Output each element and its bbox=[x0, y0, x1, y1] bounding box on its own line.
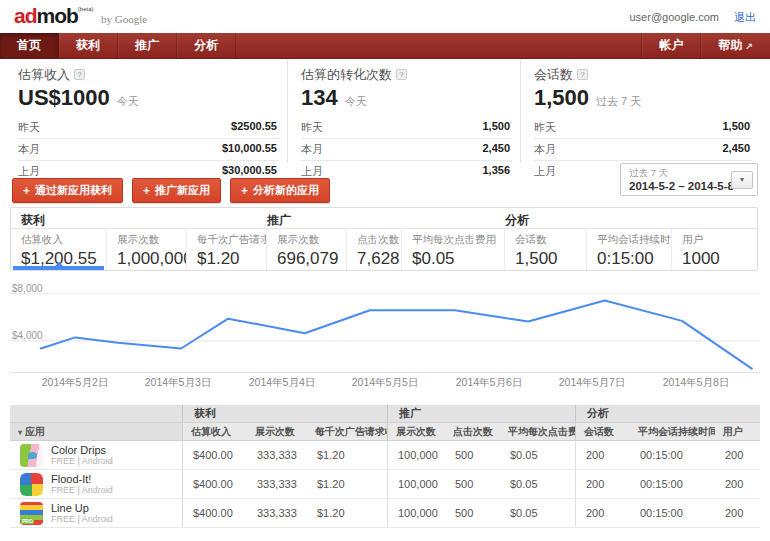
app-name: Flood-It! bbox=[51, 473, 113, 485]
tab-home[interactable]: 首页 bbox=[0, 33, 59, 58]
metric-promo-impressions[interactable]: 展示次数696,079 bbox=[266, 229, 346, 270]
help-icon[interactable]: ? bbox=[577, 69, 588, 80]
nav-account[interactable]: 帐户 bbox=[641, 33, 700, 58]
app-icon-line-up: PRO bbox=[20, 502, 43, 525]
column-header[interactable]: 每千次广告请求收入 bbox=[307, 423, 387, 440]
logo-by-google: by Google bbox=[101, 13, 147, 25]
x-axis-tick: 2014年5月3日 bbox=[123, 376, 233, 390]
cell: $0.05 bbox=[500, 441, 575, 469]
column-header[interactable]: 展示次数 bbox=[247, 423, 307, 440]
group-header-spacer bbox=[10, 405, 182, 422]
external-link-icon: ↗ bbox=[745, 41, 753, 51]
column-header[interactable]: 会话数 bbox=[575, 423, 630, 440]
cell: 200 bbox=[575, 499, 630, 527]
panel-period: 过去 7 天 bbox=[596, 95, 641, 107]
table-row-line-up[interactable]: PRO Line UpFREE | Android $400.00 333,33… bbox=[10, 499, 760, 528]
panel-period: 今天 bbox=[117, 95, 139, 107]
x-axis-line bbox=[10, 372, 760, 373]
cell: 00:15:00 bbox=[630, 470, 715, 498]
table-group-header-row: 获利 推广 分析 bbox=[10, 405, 760, 423]
stat-row: 昨天1,500 bbox=[301, 117, 512, 139]
monetize-new-app-button[interactable]: +通过新应用获利 bbox=[12, 178, 123, 203]
help-icon[interactable]: ? bbox=[74, 69, 85, 80]
app-name: Line Up bbox=[51, 502, 113, 514]
cell: 333,333 bbox=[247, 470, 307, 498]
table-row-color-drips[interactable]: Color DripsFREE | Android $400.00 333,33… bbox=[10, 441, 760, 470]
cell: $400.00 bbox=[182, 470, 247, 498]
column-header[interactable]: 平均每次点击费用 bbox=[500, 423, 575, 440]
metric-group-monetize: 获利 bbox=[21, 212, 45, 229]
promote-new-app-button[interactable]: +推广新应用 bbox=[132, 178, 221, 203]
stat-row: 昨天$2500.55 bbox=[18, 117, 279, 139]
app-cell[interactable]: Flood-It!FREE | Android bbox=[10, 470, 182, 498]
metric-sessions[interactable]: 会话数1,500 bbox=[504, 229, 586, 270]
cell: $1.20 bbox=[307, 441, 387, 469]
column-header-app[interactable]: ▾应用 bbox=[10, 423, 182, 440]
cell: 200 bbox=[715, 499, 760, 527]
metric-clicks[interactable]: 点击次数7,628 bbox=[346, 229, 401, 270]
sort-icon: ▾ bbox=[18, 428, 22, 437]
help-icon[interactable]: ? bbox=[396, 69, 407, 80]
cell: $1.20 bbox=[307, 470, 387, 498]
plus-icon: + bbox=[143, 184, 150, 198]
cell: 100,000 bbox=[387, 441, 445, 469]
table-row-flood-it[interactable]: Flood-It!FREE | Android $400.00 333,333 … bbox=[10, 470, 760, 499]
apps-table: 获利 推广 分析 ▾应用 估算收入 展示次数 每千次广告请求收入 展示次数 点击… bbox=[10, 405, 760, 528]
panel-title: 估算收入? bbox=[18, 66, 279, 84]
cell: 100,000 bbox=[387, 470, 445, 498]
app-meta: FREE | Android bbox=[51, 456, 113, 467]
revenue-line-chart: $8,000 $4,000 2014年5月2日 2014年5月3日 2014年5… bbox=[0, 280, 770, 402]
x-axis-tick: 2014年5月4日 bbox=[227, 376, 337, 390]
app-cell[interactable]: Color DripsFREE | Android bbox=[10, 441, 182, 469]
admob-logo: admob(beta) by Google bbox=[14, 4, 147, 28]
column-header[interactable]: 平均会话持续时间 bbox=[630, 423, 715, 440]
x-axis-tick: 2014年5月7日 bbox=[537, 376, 647, 390]
column-header[interactable]: 用户 bbox=[715, 423, 760, 440]
app-icon-color-drips bbox=[20, 444, 43, 467]
logout-link[interactable]: 退出 bbox=[734, 11, 756, 23]
x-axis-tick: 2014年5月8日 bbox=[641, 376, 751, 390]
column-header[interactable]: 估算收入 bbox=[182, 423, 247, 440]
app-meta: FREE | Android bbox=[51, 485, 113, 496]
metric-avg-session-duration[interactable]: 平均会话持续时间0:15:00 bbox=[586, 229, 671, 270]
panel-estimated-conversions: 估算的转化次数? 134今天 昨天1,500 本月2,450 上月1,356 bbox=[287, 59, 520, 163]
app-name: Color Drips bbox=[51, 444, 113, 456]
metric-impressions[interactable]: 展示次数1,000,000 bbox=[106, 229, 186, 270]
metric-avg-cpc[interactable]: 平均每次点击费用$0.05 bbox=[401, 229, 504, 270]
date-range-preset: 过去 7 天 bbox=[629, 167, 727, 180]
plus-icon: + bbox=[23, 184, 30, 198]
cell: $400.00 bbox=[182, 441, 247, 469]
cell: 00:15:00 bbox=[630, 499, 715, 527]
panel-big-value: 134 bbox=[301, 85, 338, 110]
app-cell[interactable]: PRO Line UpFREE | Android bbox=[10, 499, 182, 527]
date-range-dropdown-button[interactable]: ▾ bbox=[731, 171, 753, 189]
x-axis-tick: 2014年5月5日 bbox=[330, 376, 440, 390]
cell: 500 bbox=[445, 441, 500, 469]
metric-rpm[interactable]: 每千次广告请求...$1.20 bbox=[186, 229, 266, 270]
stat-row: 本月2,450 bbox=[301, 139, 512, 161]
column-header[interactable]: 展示次数 bbox=[387, 423, 445, 440]
column-header[interactable]: 点击次数 bbox=[445, 423, 500, 440]
cell: 100,000 bbox=[387, 499, 445, 527]
stat-row: 本月$10,000.55 bbox=[18, 139, 279, 161]
panel-estimated-revenue: 估算收入? US$1000今天 昨天$2500.55 本月$10,000.55 … bbox=[10, 59, 287, 163]
tab-analyze[interactable]: 分析 bbox=[177, 33, 236, 58]
tab-monetize[interactable]: 获利 bbox=[59, 33, 118, 58]
top-bar: admob(beta) by Google user@google.com 退出 bbox=[0, 0, 770, 33]
cell: 500 bbox=[445, 499, 500, 527]
metric-users[interactable]: 用户1000 bbox=[671, 229, 759, 270]
metric-estimated-revenue[interactable]: 估算收入$1,200.55 bbox=[11, 229, 106, 270]
overview-section: 估算收入? US$1000今天 昨天$2500.55 本月$10,000.55 … bbox=[10, 59, 760, 163]
cell: 500 bbox=[445, 470, 500, 498]
nav-help[interactable]: 帮助↗ bbox=[700, 33, 770, 58]
cell: 200 bbox=[575, 470, 630, 498]
app-icon-flood-it bbox=[20, 473, 43, 496]
chevron-down-icon: ▾ bbox=[740, 175, 744, 184]
y-axis-tick: $4,000 bbox=[12, 330, 43, 341]
date-range-selector[interactable]: 过去 7 天 2014-5-2 – 2014-5-8 ▾ bbox=[620, 163, 758, 196]
table-header-row: ▾应用 估算收入 展示次数 每千次广告请求收入 展示次数 点击次数 平均每次点击… bbox=[10, 423, 760, 441]
tab-promote[interactable]: 推广 bbox=[118, 33, 177, 58]
group-header-monetize: 获利 bbox=[182, 405, 387, 422]
cell: 333,333 bbox=[247, 441, 307, 469]
analyze-new-app-button[interactable]: +分析新的应用 bbox=[230, 178, 330, 203]
